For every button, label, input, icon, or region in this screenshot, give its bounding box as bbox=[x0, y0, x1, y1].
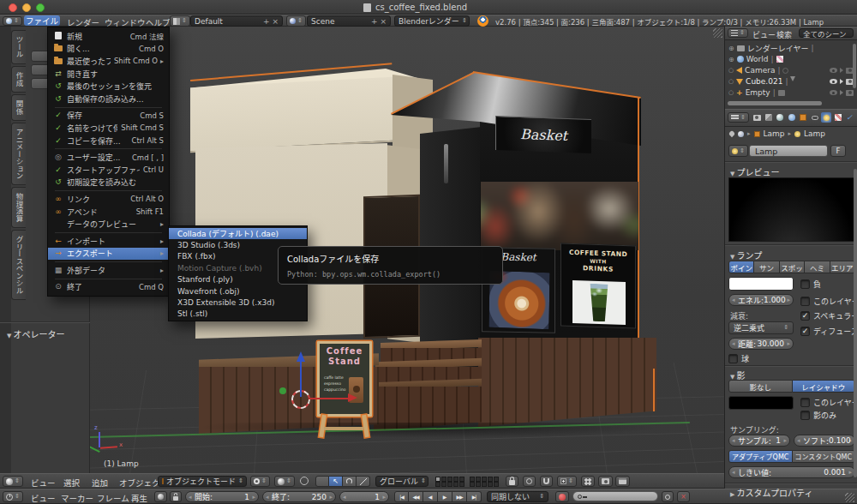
distance-field[interactable]: 距離:30.000 bbox=[728, 338, 794, 350]
lamp-type-area[interactable]: エリア bbox=[830, 261, 855, 273]
current-frame-field[interactable]: 1 bbox=[339, 491, 389, 502]
manipulator-y-handle[interactable] bbox=[279, 387, 286, 394]
properties-vscrollbar[interactable] bbox=[854, 169, 857, 477]
toolshelf-tab-physics[interactable]: 物理演算 bbox=[11, 187, 26, 228]
constant-qmc-button[interactable]: コンスタントQMC bbox=[793, 450, 856, 463]
frame-start-field[interactable]: 開始:1 bbox=[185, 491, 259, 502]
outliner-hscrollbar[interactable] bbox=[728, 101, 822, 105]
menu-item-recover-autosave[interactable]: ↺自動保存の読み込み... bbox=[48, 93, 169, 105]
manipulator-scale-button[interactable] bbox=[357, 476, 370, 487]
selectable-toggle-icon[interactable] bbox=[840, 90, 843, 95]
tab-object-data-lamp[interactable] bbox=[821, 112, 831, 123]
selectable-toggle-icon[interactable] bbox=[840, 68, 843, 73]
menu-item-export[interactable]: →エクスポート bbox=[48, 248, 169, 261]
outliner-menu-search[interactable]: 検索 bbox=[776, 29, 792, 40]
editor-type-selector-properties[interactable]: ⇕ bbox=[728, 112, 749, 123]
preview-panel-header[interactable]: プレビュー bbox=[730, 165, 780, 178]
minimize-window-button[interactable] bbox=[22, 3, 31, 12]
outliner-row-empty[interactable]: ○ + Empty | bbox=[728, 87, 854, 98]
manipulator-z-axis[interactable] bbox=[300, 361, 302, 397]
manipulator-rotate-button[interactable] bbox=[343, 476, 357, 487]
proportional-edit-button[interactable] bbox=[523, 476, 536, 487]
lamp-type-sun[interactable]: サン bbox=[754, 261, 779, 273]
menu-item-data-previews[interactable]: データのプレビュー bbox=[48, 218, 169, 231]
fake-user-button[interactable]: F bbox=[830, 145, 846, 157]
manipulator-axis-button[interactable] bbox=[315, 476, 329, 487]
tab-constraints[interactable] bbox=[810, 112, 820, 123]
collapse-dot-icon[interactable]: ○ bbox=[728, 67, 734, 74]
specular-checkbox[interactable] bbox=[800, 311, 810, 321]
threshold-field[interactable]: しきい値:0.001 bbox=[728, 466, 855, 478]
negative-checkbox[interactable] bbox=[800, 279, 810, 289]
menu-item-save-startup[interactable]: ✓スタートアップファイルを保存Ctrl U bbox=[48, 164, 169, 177]
hide-toggle-icon[interactable] bbox=[830, 79, 837, 84]
menu-item-import[interactable]: ←インポート bbox=[48, 235, 169, 248]
submenu-item-collada[interactable]: Collada (デフォルト) (.dae) bbox=[169, 228, 307, 239]
editor-type-selector-3dview[interactable]: ⇕ bbox=[3, 476, 23, 487]
selectable-toggle-icon[interactable] bbox=[840, 79, 843, 84]
tab-particles[interactable]: ✓ bbox=[844, 112, 854, 123]
layer-buttons-group1[interactable] bbox=[435, 477, 466, 487]
only-shadow-checkbox[interactable] bbox=[800, 411, 810, 420]
submenu-item-stl[interactable]: Stl (.stl) bbox=[169, 309, 307, 320]
soft-size-field[interactable]: ソフト:0.100 bbox=[794, 435, 855, 447]
layer-buttons-group2[interactable] bbox=[470, 477, 500, 487]
expand-icon[interactable]: ⊕ bbox=[728, 56, 734, 63]
jump-to-end-button[interactable]: ▶| bbox=[467, 491, 482, 502]
menu-item-link[interactable]: ∞リンクCtrl Alt O bbox=[48, 193, 169, 206]
render-toggle-icon[interactable] bbox=[846, 90, 854, 96]
lock-range-button[interactable] bbox=[170, 491, 182, 502]
play-reverse-button[interactable]: ◀ bbox=[423, 491, 438, 502]
scene-icon-button[interactable]: ⇕ bbox=[286, 15, 306, 27]
snap-toggle-button[interactable] bbox=[540, 476, 553, 487]
previous-keyframe-button[interactable]: ◀◀ bbox=[409, 491, 423, 502]
timeline-menu-playback[interactable]: 再生 bbox=[131, 492, 147, 504]
menu-item-open[interactable]: 開く...Cmd O bbox=[48, 43, 169, 56]
render-engine-dropdown[interactable]: Blenderレンダー⇕ bbox=[394, 15, 470, 27]
preview-range-button[interactable] bbox=[154, 491, 167, 502]
menu-item-save-as[interactable]: ✓名前をつけて保存...Shift Cmd S bbox=[48, 122, 169, 135]
hide-toggle-icon[interactable] bbox=[830, 90, 837, 95]
lamp-color-swatch[interactable] bbox=[728, 277, 794, 291]
shadow-layer-checkbox[interactable] bbox=[800, 398, 810, 407]
collapse-dot-icon[interactable]: ○ bbox=[728, 89, 734, 96]
custom-properties-header[interactable]: カスタムプロパティ bbox=[730, 486, 812, 499]
outliner-vscrollbar[interactable] bbox=[853, 44, 856, 88]
tab-render[interactable] bbox=[752, 112, 762, 123]
pin-icon[interactable] bbox=[728, 130, 735, 137]
tab-texture[interactable] bbox=[833, 112, 843, 123]
outliner-row-cube021[interactable]: ○ Cube.021 | bbox=[728, 76, 854, 87]
tab-scene[interactable] bbox=[775, 112, 785, 123]
insert-keyframe-button[interactable] bbox=[662, 491, 674, 502]
screen-layout-field[interactable]: Default + × bbox=[190, 15, 283, 27]
lamp-type-point[interactable]: ポイン bbox=[728, 261, 754, 273]
keying-set-field[interactable] bbox=[572, 491, 658, 501]
energy-field[interactable]: エネル:1.000 bbox=[728, 294, 794, 306]
lamp-type-spot[interactable]: スポッ bbox=[780, 261, 805, 273]
diffuse-checkbox[interactable] bbox=[800, 327, 810, 336]
menu-item-save[interactable]: ✓保存Cmd S bbox=[48, 110, 169, 123]
timeline-menu-frame[interactable]: フレーム bbox=[97, 492, 129, 504]
editor-type-selector-outliner[interactable]: ⇕ bbox=[728, 28, 748, 38]
shadow-color-swatch[interactable] bbox=[728, 396, 794, 410]
auto-keyframe-button[interactable] bbox=[555, 491, 569, 502]
delete-keyframe-button[interactable]: × bbox=[677, 491, 690, 502]
render-opengl-anim-button[interactable] bbox=[615, 476, 630, 487]
no-shadow-button[interactable]: 影なし bbox=[728, 380, 793, 393]
expand-icon[interactable]: ⊕ bbox=[728, 45, 734, 52]
menu-item-recover-last-session[interactable]: ↺最後のセッションを復元 bbox=[48, 80, 169, 93]
area-corner-grip[interactable] bbox=[713, 28, 722, 38]
datablock-name-field[interactable]: Lamp bbox=[749, 145, 828, 157]
manipulator-translate-button[interactable]: ↖ bbox=[329, 476, 343, 487]
zoom-window-button[interactable] bbox=[36, 3, 45, 12]
collapse-dot-icon[interactable]: ○ bbox=[728, 78, 734, 85]
adaptive-qmc-button[interactable]: アダプティブQMC bbox=[728, 450, 793, 463]
editor-type-selector-info[interactable]: ⇕ bbox=[3, 16, 22, 26]
outliner-display-filter-dropdown[interactable]: 全てのシーン bbox=[799, 28, 854, 38]
toolshelf-tab-animation[interactable]: アニメーション bbox=[11, 123, 26, 186]
manipulator-x-arrowhead[interactable] bbox=[348, 393, 357, 402]
view3d-menu-select[interactable]: 選択 bbox=[63, 477, 80, 489]
toolshelf-tab-create[interactable]: 作成 bbox=[11, 66, 26, 93]
menu-item-external-data[interactable]: ▦外部データ bbox=[48, 264, 169, 277]
jump-to-start-button[interactable]: |◀ bbox=[394, 491, 409, 502]
